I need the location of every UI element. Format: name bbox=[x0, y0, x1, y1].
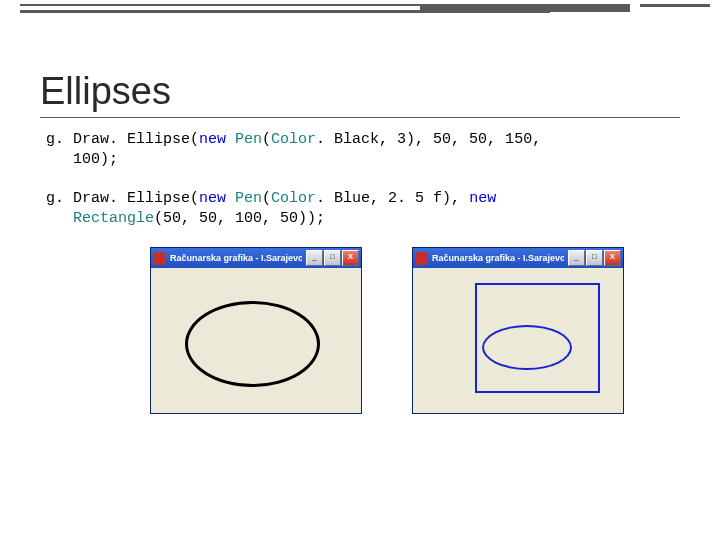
canvas-area bbox=[413, 268, 623, 413]
maximize-button[interactable]: □ bbox=[324, 250, 341, 266]
slide-title: Ellipses bbox=[40, 70, 680, 118]
app-icon bbox=[153, 252, 166, 265]
black-ellipse-shape bbox=[185, 301, 320, 387]
titlebar: Računarska grafika - I.Sarajevo _ □ X bbox=[413, 248, 623, 268]
close-button[interactable]: X bbox=[342, 250, 359, 266]
example-window-2: Računarska grafika - I.Sarajevo _ □ X bbox=[412, 247, 624, 414]
canvas-area bbox=[151, 268, 361, 413]
slide-decoration bbox=[0, 0, 720, 40]
window-title: Računarska grafika - I.Sarajevo bbox=[432, 253, 564, 263]
minimize-button[interactable]: _ bbox=[306, 250, 323, 266]
close-button[interactable]: X bbox=[604, 250, 621, 266]
code-snippet-1: g. Draw. Ellipse(new Pen(Color. Black, 3… bbox=[40, 130, 680, 171]
minimize-button[interactable]: _ bbox=[568, 250, 585, 266]
example-window-1: Računarska grafika - I.Sarajevo _ □ X bbox=[150, 247, 362, 414]
maximize-button[interactable]: □ bbox=[586, 250, 603, 266]
code-snippet-2: g. Draw. Ellipse(new Pen(Color. Blue, 2.… bbox=[40, 189, 680, 230]
window-title: Računarska grafika - I.Sarajevo bbox=[170, 253, 302, 263]
titlebar: Računarska grafika - I.Sarajevo _ □ X bbox=[151, 248, 361, 268]
blue-rectangle-ellipse-shape bbox=[475, 283, 600, 393]
app-icon bbox=[415, 252, 428, 265]
